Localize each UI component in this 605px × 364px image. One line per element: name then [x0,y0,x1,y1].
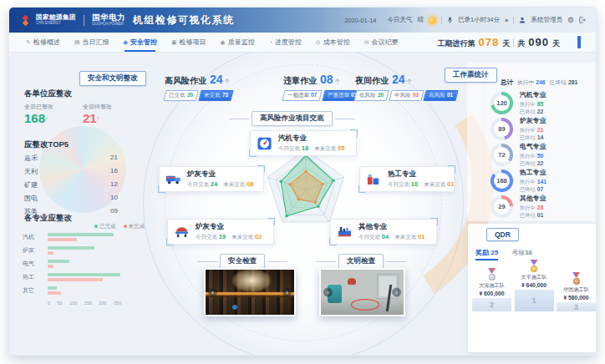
brand-logo-icon [19,14,32,27]
tab-reward[interactable]: 奖励 25 [475,248,498,260]
podium-second: 大海施工队 ¥ 600,000 2 [472,268,511,311]
dashboard-window: 国家能源集团 CHN ENERGY 国华电力 GUOHUA POWER 机组检修… [8,7,597,356]
tab-safety-control[interactable]: ◆安全管控 [122,33,159,52]
gold-medal-icon [529,260,539,272]
truck-icon [165,172,182,187]
sun-icon [429,17,436,24]
radar-section-tag: 高风险作业项目交底 [252,111,333,126]
safety-photo-carousel[interactable]: ‹ › [204,268,296,316]
todo-value: 21↑ [83,111,99,125]
card-ash-1[interactable]: 炉灰专业 今日交底 24未来交底 08 [159,166,264,192]
legend-done: 已完成 [94,223,116,230]
brand-divider [84,15,84,26]
clock-icon: ◔ [269,39,272,45]
card-turbine[interactable]: 汽机专业 今日交底 18未来交底 05 [250,130,357,156]
logout-icon[interactable] [579,17,586,23]
tab-quality-control[interactable]: ◉质量监控 [219,33,257,52]
ticket-row-turbine: 120 汽机专业 执行中 85 已终结 22 [491,91,546,116]
bar-group: 其它 [23,286,128,295]
user-icon [519,17,526,23]
menu-icon[interactable]: ≡ [505,17,508,24]
qdr-tabs: 奖励 25 考核16 [475,248,532,260]
bar-group: 汽机 [23,233,128,241]
top5-row: 国电10 [24,194,118,203]
weather-value: 晴 [418,16,425,24]
donut-chart: 29 [491,195,513,218]
carousel-next-button[interactable]: › [392,288,401,297]
legend-dot-undone [124,225,127,228]
top5-title: 应整改TOP5 [24,139,69,150]
ticket-row-ash: 89 炉灰专业 执行中 21 已终结 14 [491,117,546,142]
overview-icon: ✎ [26,39,31,46]
valve-shape [232,305,237,310]
nav-bar: ✎检修概述 ▤当日汇报 ◆安全管控 ▣检修项目 ◉质量监控 ◔进度管控 ⊙成本管… [9,33,596,53]
safety-civility-tag[interactable]: 安全和文明整改 [79,71,146,86]
work-ticket-tag[interactable]: 工作票统计 [445,68,497,83]
reward-podium: 大海施工队 ¥ 600,000 2 太平施工队 ¥ 640,000 1 华国施工… [472,261,596,311]
civility-photo-carousel[interactable]: ‹ › [319,268,405,316]
duration-total: 090 [528,36,549,48]
microphone-icon[interactable] [447,16,453,24]
brand-group-en: CHN ENERGY [36,22,76,26]
tab-overview[interactable]: ✎检修概述 [24,33,62,52]
pill-low-risk: 低风险20 [353,90,389,101]
stat-violation: 违章作业08个 一般违章07 严重违章01 [283,73,364,101]
carousel-prev-button[interactable]: ‹ [208,288,217,297]
top5-row: 天利16 [24,167,118,176]
nav-accent-bar [577,36,581,48]
shield-icon: ◆ [124,39,128,46]
ticket-row-other: 29 其他专业 执行中 28 已终结 01 [491,195,546,220]
gauge-icon: ◉ [221,39,226,46]
tab-assessment[interactable]: 考核16 [511,248,532,260]
tab-maintenance-projects[interactable]: ▣检修项目 [170,33,208,52]
card-other[interactable]: 其他专业 今日交底 04未来交底 01 [330,219,437,245]
top5-row: 矿建12 [24,180,118,190]
bronze-medal-icon [572,272,582,285]
pill-mid-risk: 中风险03 [389,90,424,101]
tab-cost-control[interactable]: ⊙成本管控 [314,33,352,52]
factory-icon [337,225,353,240]
divider [382,17,383,24]
gauge-machine-icon [257,136,273,151]
ticket-row-electrical: 72 电气专业 执行中 50 已终结 22 [491,143,546,168]
legend-undone: 未完成 [124,223,145,230]
project-duration: 工期进行第078天 共090天 [438,36,560,49]
done-label: 全部已整改 [24,103,53,111]
carousel-next-button[interactable]: › [282,288,292,297]
record-duration: 已录1小时34分 [458,16,500,24]
carousel-prev-button[interactable]: ‹ [323,288,333,297]
card-ash-2[interactable]: 炉灰专业 今日交底 19未来交底 02 [167,219,274,245]
divider [513,38,514,47]
todo-label: 全部待整改 [83,103,112,111]
pill-briefed: 已交底20 [163,90,198,101]
top5-row: 嘉禾21 [24,154,118,163]
tab-meeting-minutes[interactable]: ✉会议纪要 [363,33,400,52]
header: 国家能源集团 CHN ENERGY 国华电力 GUOHUA POWER 机组检修… [9,8,596,33]
donut-chart: 120 [491,92,513,114]
qdr-tag[interactable]: QDR [486,228,519,241]
bar-group: 炉灰 [23,246,128,255]
pump-icon [366,172,383,187]
trend-up-icon: ↑ [45,115,48,121]
bar-legend: 已完成 未完成 [58,223,145,230]
pill-high-risk: 高风险01 [424,90,459,101]
units-rectify-title: 各单位应整改 [24,88,72,99]
brand-company-en: GUOHUA POWER [92,23,125,27]
podium-first: 太平施工队 ¥ 640,000 1 [515,260,554,311]
brand-company: 国华电力 GUOHUA POWER [92,13,125,26]
legend-dot-done [94,225,98,228]
donut-chart: 72 [491,144,513,166]
gear-icon[interactable]: ⚙ [567,16,574,24]
civility-check-tag: 文明检查 [338,254,384,269]
valve-shape [348,278,356,285]
bar-axis: 050100150200250 [48,301,121,306]
user-name[interactable]: 系统管理员 [531,16,562,24]
bar-group: 电气 [23,260,128,268]
page-title: 机组检修可视化系统 [133,13,235,28]
tab-daily-report[interactable]: ▤当日汇报 [73,33,111,52]
safety-check-tag: 安全检查 [220,254,265,269]
tab-progress-control[interactable]: ◔进度管控 [267,33,303,52]
card-thermal[interactable]: 热工专业 今日交底 10未来交底 01 [359,166,455,192]
duration-current: 078 [479,36,500,48]
coin-icon: ⊙ [316,39,321,46]
